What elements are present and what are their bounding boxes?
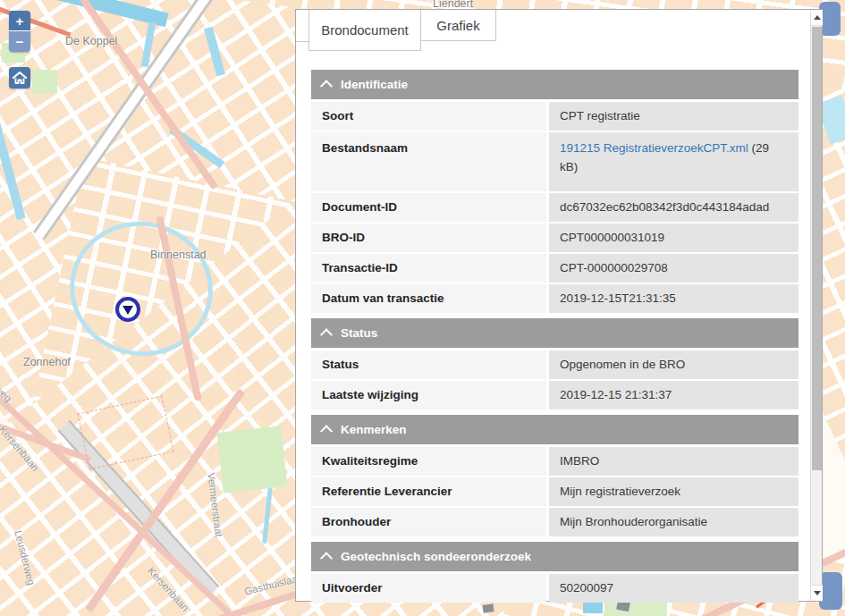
table-row: Status Opgenomen in de BRO [311, 350, 799, 379]
row-value: Mijn Bronhouderorganisatie [549, 508, 799, 536]
row-label: Laatste wijziging [311, 381, 546, 409]
section-rows: Status Opgenomen in de BRO Laatste wijzi… [311, 350, 799, 409]
chevron-up-icon [320, 328, 333, 341]
tab-grafiek[interactable]: Grafiek [421, 10, 496, 41]
home-button[interactable] [9, 67, 30, 89]
table-row: BRO-ID CPT000000031019 [311, 224, 799, 252]
table-row: Bestandsnaam 191215 RegistratieverzoekCP… [311, 132, 799, 191]
park [217, 426, 288, 493]
row-label: Bestandsnaam [311, 132, 546, 191]
section-title: Identificatie [341, 78, 408, 91]
row-label: Document-ID [311, 193, 546, 222]
section-rows: Kwaliteitsregime IMBRO Referentie Levera… [311, 447, 799, 536]
row-value: CPT registratie [549, 102, 799, 131]
row-label: BRO-ID [311, 224, 546, 252]
document-panel: Brondocument Grafiek Identificatie Soort… [295, 9, 823, 602]
table-row: Kwaliteitsregime IMBRO [311, 447, 799, 476]
row-label: Referentie Leverancier [311, 477, 546, 506]
table-row: Laatste wijziging 2019-12-15 21:31:37 [311, 381, 799, 409]
scrollbar-thumb[interactable] [812, 27, 822, 470]
row-value: CPT-000000029708 [549, 254, 799, 283]
table-row: Bronhouder Mijn Bronhouderorganisatie [311, 508, 799, 536]
table-row: Referentie Leverancier Mijn registratiev… [311, 477, 799, 506]
table-row: Transactie-ID CPT-000000029708 [311, 254, 799, 283]
row-label: Soort [311, 102, 546, 131]
place-label-binnenstad: Binnenstad [150, 249, 207, 261]
section-header-kenmerken[interactable]: Kenmerken [311, 415, 799, 444]
row-value: 2019-12-15 21:31:37 [549, 381, 799, 409]
section-rows: Uitvoerder 50200097 [311, 574, 799, 603]
section-header-identificatie[interactable]: Identificatie [311, 70, 799, 99]
section-title: Geotechnisch sondeeronderzoek [341, 550, 531, 563]
cpt-location-marker[interactable] [115, 297, 140, 322]
arrow-down-icon [814, 591, 821, 595]
row-value: 2019-12-15T21:31:35 [549, 284, 799, 313]
chevron-up-icon [320, 552, 333, 564]
zoom-out-button[interactable]: − [9, 31, 30, 52]
place-label-de-koppel: De Koppel [65, 35, 117, 47]
section-title: Kenmerken [341, 423, 407, 436]
section-rows: Soort CPT registratie Bestandsnaam 19121… [311, 102, 799, 313]
row-label: Transactie-ID [311, 254, 546, 283]
home-icon [13, 72, 27, 84]
section-header-status[interactable]: Status [311, 318, 799, 348]
zoom-controls: + − [9, 11, 30, 52]
place-label-zonnehof: Zonnehof [23, 356, 71, 368]
table-row: Datum van transactie 2019-12-15T21:31:35 [311, 284, 799, 313]
tabbar-edge [296, 10, 308, 42]
chevron-up-icon [320, 80, 333, 92]
section-title: Status [341, 326, 377, 340]
file-download-link[interactable]: 191215 RegistratieverzoekCPT.xml [560, 141, 748, 155]
panel-scrollbar[interactable] [810, 10, 822, 601]
tab-brondocument[interactable]: Brondocument [308, 10, 421, 51]
scroll-down-button[interactable] [811, 585, 823, 601]
row-value: IMBRO [549, 447, 799, 476]
row-label: Status [311, 350, 546, 379]
chevron-up-icon [320, 425, 333, 437]
row-label: Bronhouder [311, 508, 546, 536]
row-label: Datum van transactie [311, 284, 546, 313]
table-row: Document-ID dc67032ec62b08342f3d0c443184… [311, 193, 799, 222]
marker-triangle-icon [123, 306, 133, 315]
zoom-in-button[interactable]: + [9, 11, 30, 31]
row-label: Uitvoerder [311, 574, 546, 603]
row-value: CPT000000031019 [549, 224, 799, 252]
row-value: Mijn registratieverzoek [549, 477, 799, 506]
table-row: Uitvoerder 50200097 [311, 574, 799, 603]
row-label: Kwaliteitsregime [311, 447, 546, 476]
table-row: Soort CPT registratie [311, 102, 799, 131]
arrow-up-icon [814, 15, 821, 20]
scroll-up-button[interactable] [811, 10, 823, 26]
park [32, 70, 57, 93]
row-value: Opgenomen in de BRO [549, 350, 799, 379]
row-value: 191215 RegistratieverzoekCPT.xml (29 kB) [549, 132, 799, 191]
document-details: Identificatie Soort CPT registratie Best… [311, 70, 799, 608]
section-header-geotechnisch-sondeeronderzoek[interactable]: Geotechnisch sondeeronderzoek [311, 542, 799, 571]
row-value: dc67032ec62b08342f3d0c443184adad [549, 193, 799, 222]
row-value: 50200097 [549, 574, 799, 603]
